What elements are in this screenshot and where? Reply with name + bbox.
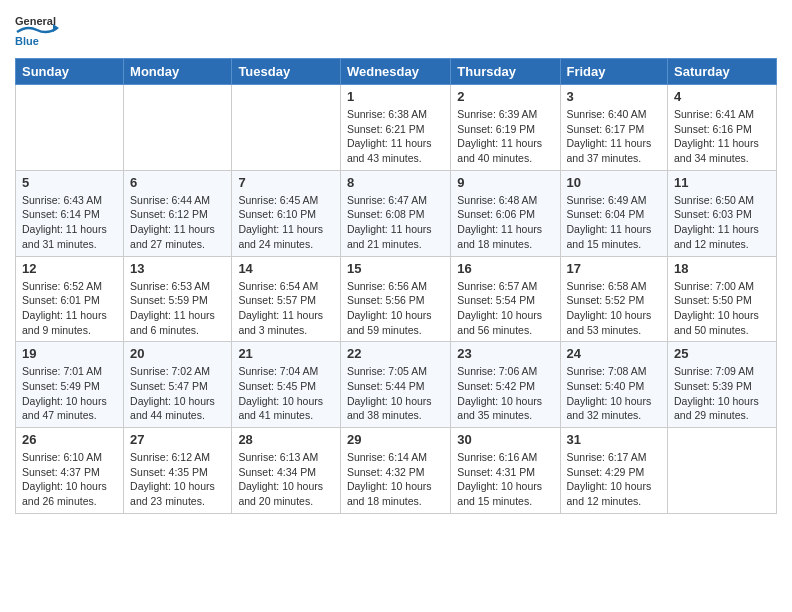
calendar-cell: 26Sunrise: 6:10 AM Sunset: 4:37 PM Dayli…: [16, 428, 124, 514]
day-info: Sunrise: 6:17 AM Sunset: 4:29 PM Dayligh…: [567, 450, 662, 509]
day-number: 20: [130, 346, 225, 361]
calendar-cell: 6Sunrise: 6:44 AM Sunset: 6:12 PM Daylig…: [124, 170, 232, 256]
calendar-cell: 11Sunrise: 6:50 AM Sunset: 6:03 PM Dayli…: [668, 170, 777, 256]
day-info: Sunrise: 7:04 AM Sunset: 5:45 PM Dayligh…: [238, 364, 334, 423]
day-number: 4: [674, 89, 770, 104]
day-info: Sunrise: 6:56 AM Sunset: 5:56 PM Dayligh…: [347, 279, 444, 338]
calendar-cell: 4Sunrise: 6:41 AM Sunset: 6:16 PM Daylig…: [668, 85, 777, 171]
day-info: Sunrise: 6:45 AM Sunset: 6:10 PM Dayligh…: [238, 193, 334, 252]
calendar-cell: 9Sunrise: 6:48 AM Sunset: 6:06 PM Daylig…: [451, 170, 560, 256]
day-info: Sunrise: 6:50 AM Sunset: 6:03 PM Dayligh…: [674, 193, 770, 252]
day-info: Sunrise: 7:05 AM Sunset: 5:44 PM Dayligh…: [347, 364, 444, 423]
day-info: Sunrise: 6:49 AM Sunset: 6:04 PM Dayligh…: [567, 193, 662, 252]
weekday-header-thursday: Thursday: [451, 59, 560, 85]
day-number: 17: [567, 261, 662, 276]
day-info: Sunrise: 6:52 AM Sunset: 6:01 PM Dayligh…: [22, 279, 117, 338]
calendar-cell: [124, 85, 232, 171]
calendar-cell: 18Sunrise: 7:00 AM Sunset: 5:50 PM Dayli…: [668, 256, 777, 342]
day-number: 16: [457, 261, 553, 276]
weekday-header-saturday: Saturday: [668, 59, 777, 85]
calendar-cell: 25Sunrise: 7:09 AM Sunset: 5:39 PM Dayli…: [668, 342, 777, 428]
logo-svg: General Blue: [15, 10, 65, 50]
day-info: Sunrise: 6:10 AM Sunset: 4:37 PM Dayligh…: [22, 450, 117, 509]
day-number: 3: [567, 89, 662, 104]
calendar-cell: 12Sunrise: 6:52 AM Sunset: 6:01 PM Dayli…: [16, 256, 124, 342]
day-info: Sunrise: 7:01 AM Sunset: 5:49 PM Dayligh…: [22, 364, 117, 423]
day-info: Sunrise: 7:00 AM Sunset: 5:50 PM Dayligh…: [674, 279, 770, 338]
day-info: Sunrise: 6:53 AM Sunset: 5:59 PM Dayligh…: [130, 279, 225, 338]
day-number: 10: [567, 175, 662, 190]
calendar-cell: 31Sunrise: 6:17 AM Sunset: 4:29 PM Dayli…: [560, 428, 668, 514]
calendar-cell: 7Sunrise: 6:45 AM Sunset: 6:10 PM Daylig…: [232, 170, 341, 256]
day-info: Sunrise: 6:41 AM Sunset: 6:16 PM Dayligh…: [674, 107, 770, 166]
day-info: Sunrise: 6:57 AM Sunset: 5:54 PM Dayligh…: [457, 279, 553, 338]
day-info: Sunrise: 6:58 AM Sunset: 5:52 PM Dayligh…: [567, 279, 662, 338]
day-info: Sunrise: 6:40 AM Sunset: 6:17 PM Dayligh…: [567, 107, 662, 166]
day-number: 1: [347, 89, 444, 104]
calendar-cell: 29Sunrise: 6:14 AM Sunset: 4:32 PM Dayli…: [340, 428, 450, 514]
page: General Blue SundayMondayTuesdayWednesda…: [0, 0, 792, 524]
day-number: 24: [567, 346, 662, 361]
weekday-header-wednesday: Wednesday: [340, 59, 450, 85]
day-number: 15: [347, 261, 444, 276]
day-number: 30: [457, 432, 553, 447]
svg-text:Blue: Blue: [15, 35, 39, 47]
week-row-1: 1Sunrise: 6:38 AM Sunset: 6:21 PM Daylig…: [16, 85, 777, 171]
calendar-cell: 15Sunrise: 6:56 AM Sunset: 5:56 PM Dayli…: [340, 256, 450, 342]
logo: General Blue: [15, 10, 65, 50]
day-number: 29: [347, 432, 444, 447]
day-info: Sunrise: 7:08 AM Sunset: 5:40 PM Dayligh…: [567, 364, 662, 423]
calendar-cell: 20Sunrise: 7:02 AM Sunset: 5:47 PM Dayli…: [124, 342, 232, 428]
day-number: 2: [457, 89, 553, 104]
day-number: 26: [22, 432, 117, 447]
header: General Blue: [15, 10, 777, 50]
calendar-cell: 2Sunrise: 6:39 AM Sunset: 6:19 PM Daylig…: [451, 85, 560, 171]
calendar-cell: 21Sunrise: 7:04 AM Sunset: 5:45 PM Dayli…: [232, 342, 341, 428]
day-info: Sunrise: 6:16 AM Sunset: 4:31 PM Dayligh…: [457, 450, 553, 509]
calendar-cell: [16, 85, 124, 171]
day-number: 28: [238, 432, 334, 447]
svg-marker-1: [53, 24, 59, 32]
calendar-table: SundayMondayTuesdayWednesdayThursdayFrid…: [15, 58, 777, 514]
day-number: 27: [130, 432, 225, 447]
day-number: 25: [674, 346, 770, 361]
weekday-header-monday: Monday: [124, 59, 232, 85]
calendar-cell: 14Sunrise: 6:54 AM Sunset: 5:57 PM Dayli…: [232, 256, 341, 342]
day-number: 12: [22, 261, 117, 276]
day-number: 11: [674, 175, 770, 190]
day-info: Sunrise: 6:38 AM Sunset: 6:21 PM Dayligh…: [347, 107, 444, 166]
day-info: Sunrise: 7:09 AM Sunset: 5:39 PM Dayligh…: [674, 364, 770, 423]
calendar-cell: 13Sunrise: 6:53 AM Sunset: 5:59 PM Dayli…: [124, 256, 232, 342]
day-info: Sunrise: 6:13 AM Sunset: 4:34 PM Dayligh…: [238, 450, 334, 509]
day-number: 5: [22, 175, 117, 190]
calendar-cell: 28Sunrise: 6:13 AM Sunset: 4:34 PM Dayli…: [232, 428, 341, 514]
day-number: 13: [130, 261, 225, 276]
calendar-cell: 3Sunrise: 6:40 AM Sunset: 6:17 PM Daylig…: [560, 85, 668, 171]
calendar-cell: 19Sunrise: 7:01 AM Sunset: 5:49 PM Dayli…: [16, 342, 124, 428]
calendar-cell: [668, 428, 777, 514]
day-info: Sunrise: 6:47 AM Sunset: 6:08 PM Dayligh…: [347, 193, 444, 252]
weekday-header-row: SundayMondayTuesdayWednesdayThursdayFrid…: [16, 59, 777, 85]
day-number: 6: [130, 175, 225, 190]
calendar-cell: 23Sunrise: 7:06 AM Sunset: 5:42 PM Dayli…: [451, 342, 560, 428]
calendar-cell: 17Sunrise: 6:58 AM Sunset: 5:52 PM Dayli…: [560, 256, 668, 342]
day-number: 9: [457, 175, 553, 190]
calendar-cell: 16Sunrise: 6:57 AM Sunset: 5:54 PM Dayli…: [451, 256, 560, 342]
day-info: Sunrise: 6:43 AM Sunset: 6:14 PM Dayligh…: [22, 193, 117, 252]
calendar-cell: 1Sunrise: 6:38 AM Sunset: 6:21 PM Daylig…: [340, 85, 450, 171]
calendar-cell: 27Sunrise: 6:12 AM Sunset: 4:35 PM Dayli…: [124, 428, 232, 514]
day-number: 22: [347, 346, 444, 361]
day-info: Sunrise: 6:48 AM Sunset: 6:06 PM Dayligh…: [457, 193, 553, 252]
weekday-header-tuesday: Tuesday: [232, 59, 341, 85]
calendar-cell: 8Sunrise: 6:47 AM Sunset: 6:08 PM Daylig…: [340, 170, 450, 256]
calendar-cell: 5Sunrise: 6:43 AM Sunset: 6:14 PM Daylig…: [16, 170, 124, 256]
day-info: Sunrise: 7:06 AM Sunset: 5:42 PM Dayligh…: [457, 364, 553, 423]
day-number: 7: [238, 175, 334, 190]
week-row-5: 26Sunrise: 6:10 AM Sunset: 4:37 PM Dayli…: [16, 428, 777, 514]
day-number: 14: [238, 261, 334, 276]
day-info: Sunrise: 6:44 AM Sunset: 6:12 PM Dayligh…: [130, 193, 225, 252]
calendar-cell: 10Sunrise: 6:49 AM Sunset: 6:04 PM Dayli…: [560, 170, 668, 256]
day-number: 21: [238, 346, 334, 361]
calendar-cell: 30Sunrise: 6:16 AM Sunset: 4:31 PM Dayli…: [451, 428, 560, 514]
day-number: 8: [347, 175, 444, 190]
